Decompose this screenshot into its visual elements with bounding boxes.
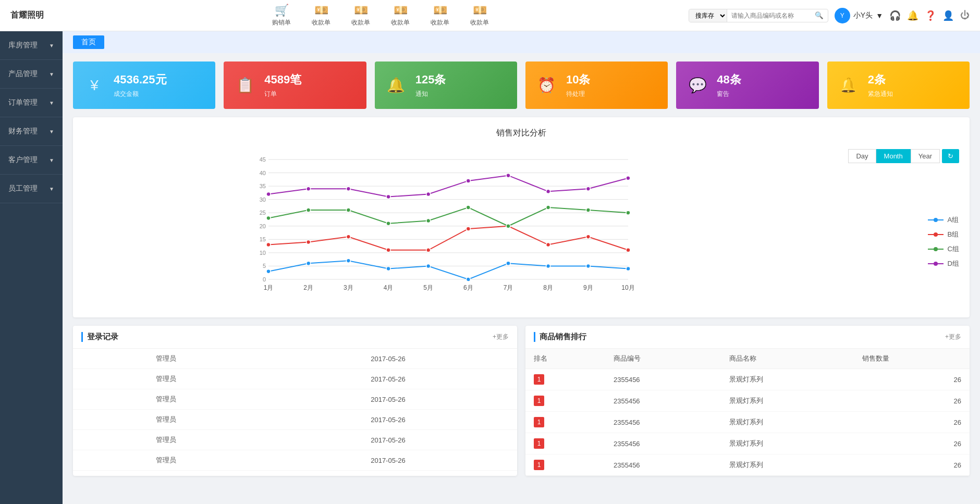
svg-point-64 [426,192,431,196]
svg-point-62 [346,187,350,191]
sidebar-item-customer[interactable]: 客户管理 ▼ [0,146,63,175]
sidebar-item-warehouse[interactable]: 库房管理 ▼ [0,31,63,60]
breadcrumb-home[interactable]: 首页 [73,35,104,49]
rank-cell: 1 [525,412,605,433]
svg-text:7月: 7月 [504,284,513,291]
legend-item-D组: D组 [928,259,959,268]
sidebar-item-order[interactable]: 订单管理 ▼ [0,89,63,117]
stat-card-orders[interactable]: 📋 4589笔 订单 [224,62,366,109]
svg-point-42 [346,235,350,239]
svg-text:1月: 1月 [264,284,274,291]
stat-value-amount: 4536.25元 [114,72,207,88]
table-row: 管理员 2017-05-26 [73,389,517,410]
user-menu[interactable]: Y 小Y头 ▼ [835,8,883,23]
user-icon[interactable]: 👤 [942,10,954,21]
svg-point-69 [626,176,630,180]
rank-cell: 1 [525,454,605,476]
login-user: 管理员 [73,349,259,369]
svg-text:10: 10 [260,250,266,256]
svg-point-35 [466,277,470,281]
sales-more-link[interactable]: +更多 [945,333,961,341]
refresh-button[interactable]: ↻ [942,149,959,163]
col-header: 商品名称 [721,349,854,369]
chevron-down-icon: ▼ [49,186,54,192]
help-icon[interactable]: ❓ [925,10,936,21]
receipt3-icon: 💴 [394,4,408,17]
headset-icon[interactable]: 🎧 [889,10,901,21]
table-row: 管理员 2017-05-26 [73,430,517,450]
nav-item-receipt4[interactable]: 💴 收款单 [431,4,449,27]
stat-card-amount[interactable]: ¥ 4536.25元 成交金额 [73,62,215,109]
product-name: 景观灯系列 [721,390,854,412]
svg-point-75 [934,247,938,251]
svg-point-71 [934,218,938,222]
svg-point-47 [546,243,550,247]
chart-legend: A组 B组 C组 D组 [928,215,959,268]
svg-text:9月: 9月 [583,284,593,291]
stat-icon-pending: ⏰ [534,72,560,99]
legend-label-B组: B组 [948,230,959,239]
sales-ranking-card: 商品销售排行 +更多 排名商品编号商品名称销售数量 1 2355456 景观灯系… [525,326,970,476]
chevron-down-icon: ▼ [49,157,54,163]
svg-point-55 [466,205,470,210]
legend-label-D组: D组 [948,259,959,268]
stat-label-amount: 成交金额 [114,90,207,99]
svg-point-49 [626,248,630,252]
login-user: 管理员 [73,430,259,450]
stat-icon-emergency: 🔔 [836,72,862,99]
nav-item-receipt1[interactable]: 💴 收款单 [312,4,330,27]
stat-card-pending[interactable]: ⏰ 10条 待处理 [525,62,668,109]
stat-label-message: 窗告 [717,90,810,99]
legend-line-B组 [928,232,944,237]
svg-text:4月: 4月 [384,284,394,291]
search-button[interactable]: 🔍 [811,9,828,21]
receipt2-icon: 💴 [354,4,368,17]
year-button[interactable]: Year [911,149,940,163]
stat-label-notify: 通知 [415,90,509,99]
svg-point-32 [346,259,350,263]
svg-text:45: 45 [260,156,266,163]
svg-point-41 [307,240,311,244]
stat-card-emergency[interactable]: 🔔 2条 紧急通知 [827,62,970,109]
month-button[interactable]: Month [876,149,911,163]
stat-icon-orders: 📋 [232,72,258,99]
sidebar-item-product[interactable]: 产品管理 ▼ [0,60,63,89]
stat-card-notify[interactable]: 🔔 125条 通知 [375,62,517,109]
svg-text:6月: 6月 [463,284,473,291]
product-code: 2355456 [605,369,721,390]
svg-point-45 [466,227,470,231]
svg-text:25: 25 [260,210,266,216]
col-header: 销售数量 [854,349,970,369]
svg-point-73 [934,232,938,237]
svg-text:5: 5 [263,263,266,269]
bell-icon[interactable]: 🔔 [907,10,918,21]
table-row: 1 2355456 景观灯系列 26 [525,369,970,390]
search-input[interactable] [727,10,811,21]
stat-card-message[interactable]: 💬 48条 窗告 [676,62,818,109]
table-row: 管理员 2017-05-26 [73,369,517,389]
search-type-select[interactable]: 搜库存 [689,9,727,22]
nav-item-receipt5[interactable]: 💴 收款单 [470,4,489,27]
login-date: 2017-05-26 [259,349,517,369]
chart-title: 销售对比分析 [83,128,959,139]
svg-point-31 [307,261,311,265]
day-button[interactable]: Day [848,149,876,163]
nav-item-receipt2[interactable]: 💴 收款单 [351,4,370,27]
sidebar-item-employee[interactable]: 员工管理 ▼ [0,175,63,203]
power-icon[interactable]: ⏻ [960,10,970,21]
sales-chart: 0510152025303540451月2月3月4月5月6月7月8月9月10月 [83,149,803,305]
login-user: 管理员 [73,450,259,471]
user-dropdown-icon: ▼ [876,11,883,20]
login-date: 2017-05-26 [259,450,517,471]
sidebar-item-finance[interactable]: 财务管理 ▼ [0,117,63,146]
nav-item-receipt3[interactable]: 💴 收款单 [391,4,410,27]
stat-label-pending: 待处理 [566,90,659,99]
svg-point-63 [386,195,390,199]
svg-point-59 [626,211,630,215]
svg-point-33 [386,267,390,271]
nav-item-purchase[interactable]: 🛒 购销单 [272,4,291,27]
stat-value-notify: 125条 [415,72,509,88]
stat-value-emergency: 2条 [868,72,961,88]
login-more-link[interactable]: +更多 [493,333,509,341]
svg-point-34 [426,264,431,268]
